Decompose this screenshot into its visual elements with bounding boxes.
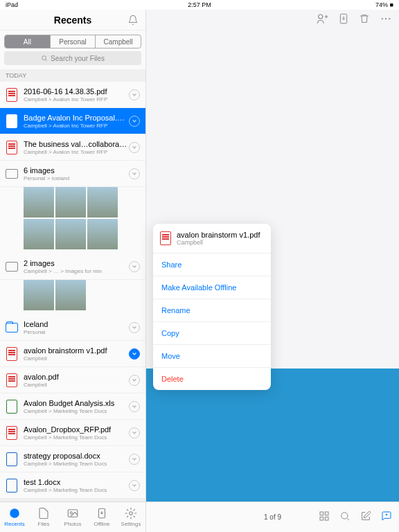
file-path: Campbell > Marketing Team Docs bbox=[24, 461, 129, 467]
popup-file-name: avalon brainstorm v1.pdf bbox=[177, 231, 260, 239]
edit-icon[interactable] bbox=[360, 511, 371, 524]
file-path: Campbell > Avalon Inc Tower RFP bbox=[24, 149, 129, 155]
action-share[interactable]: Share bbox=[153, 254, 271, 276]
svg-point-0 bbox=[42, 56, 46, 60]
svg-point-3 bbox=[382, 18, 383, 19]
pdf-icon bbox=[6, 347, 17, 361]
file-name: avalon.pdf bbox=[24, 373, 129, 381]
xls-icon bbox=[6, 400, 17, 414]
file-path: Campbell > Avalon Inc Tower RFP bbox=[24, 96, 129, 103]
thumb[interactable] bbox=[24, 280, 54, 310]
thumbnails bbox=[0, 187, 145, 254]
pdf-icon bbox=[6, 426, 17, 440]
tab-offline[interactable]: Offline bbox=[87, 502, 116, 532]
add-person-icon[interactable] bbox=[316, 12, 328, 28]
filter-tabs: All Personal Campbell bbox=[4, 35, 141, 48]
svg-point-10 bbox=[130, 512, 133, 515]
tab-recents[interactable]: Recents bbox=[0, 502, 29, 532]
list-item[interactable]: Avalon_Dropbox_RFP.pdfCampbell > Marketi… bbox=[0, 420, 145, 446]
svg-rect-13 bbox=[320, 517, 323, 520]
docx-icon bbox=[6, 452, 17, 466]
list-item[interactable]: The business val…collaboration.pdfCampbe… bbox=[0, 134, 145, 161]
tab-files[interactable]: Files bbox=[29, 502, 58, 532]
thumb[interactable] bbox=[55, 187, 86, 218]
chevron-down-icon[interactable] bbox=[129, 375, 140, 386]
file-name: 2 images bbox=[24, 259, 129, 267]
content-toolbar bbox=[146, 10, 399, 30]
tab-photos[interactable]: Photos bbox=[58, 502, 87, 532]
svg-rect-11 bbox=[320, 512, 323, 515]
popup-header: avalon brainstorm v1.pdf Campbell bbox=[153, 224, 271, 254]
images-icon bbox=[6, 169, 18, 179]
sidebar: Recents All Personal Campbell Search you… bbox=[0, 10, 146, 532]
chevron-down-icon[interactable] bbox=[129, 401, 140, 412]
thumb[interactable] bbox=[24, 187, 54, 218]
thumb[interactable] bbox=[24, 219, 54, 249]
chevron-down-icon[interactable] bbox=[129, 261, 140, 272]
context-menu: avalon brainstorm v1.pdf Campbell Share … bbox=[153, 224, 271, 390]
list-item[interactable]: 2016-06-16 14.38.35.pdfCampbell > Avalon… bbox=[0, 82, 145, 108]
file-path: Personal > Iceland bbox=[24, 175, 129, 181]
chevron-down-icon[interactable] bbox=[129, 168, 140, 179]
more-icon[interactable] bbox=[380, 12, 392, 28]
tab-settings[interactable]: Settings bbox=[116, 502, 145, 532]
page-title: Recents bbox=[54, 15, 91, 26]
chevron-down-icon[interactable] bbox=[129, 322, 140, 333]
action-rename[interactable]: Rename bbox=[153, 299, 271, 322]
list-item[interactable]: IcelandPersonal bbox=[0, 314, 145, 341]
list-item[interactable]: 2 imagesCampbell > … > Images for min bbox=[0, 254, 145, 280]
thumb[interactable] bbox=[55, 219, 86, 249]
tab-campbell[interactable]: Campbell bbox=[96, 35, 141, 48]
file-name: strategy proposal.docx bbox=[24, 452, 129, 460]
file-name: The business val…collaboration.pdf bbox=[24, 140, 129, 148]
tab-all[interactable]: All bbox=[5, 35, 51, 48]
thumb[interactable] bbox=[87, 187, 118, 218]
chevron-down-icon[interactable] bbox=[129, 89, 140, 100]
svg-point-5 bbox=[389, 18, 390, 19]
folder-icon bbox=[6, 323, 18, 332]
status-bar: iPad 2:57 PM 74% ■ bbox=[0, 0, 399, 10]
file-name: Badge Avalon Inc Proposal.pptx bbox=[24, 114, 129, 122]
thumb[interactable] bbox=[87, 219, 118, 249]
file-name: avalon brainstorm v1.pdf bbox=[24, 346, 129, 355]
action-delete[interactable]: Delete bbox=[153, 368, 271, 390]
action-offline[interactable]: Make Available Offline bbox=[153, 276, 271, 299]
popup-file-path: Campbell bbox=[177, 239, 260, 246]
action-move[interactable]: Move bbox=[153, 345, 271, 368]
chevron-down-icon[interactable] bbox=[129, 480, 140, 491]
chevron-down-icon[interactable] bbox=[129, 427, 140, 438]
list-item[interactable]: test 1.docxCampbell > Marketing Team Doc… bbox=[0, 472, 145, 499]
docx-icon bbox=[6, 479, 17, 493]
list-item[interactable]: 6 imagesPersonal > Iceland bbox=[0, 161, 145, 187]
search-icon[interactable] bbox=[339, 511, 351, 524]
file-list[interactable]: TODAY 2016-06-16 14.38.35.pdfCampbell > … bbox=[0, 69, 145, 532]
battery-label: 74% ■ bbox=[375, 1, 393, 8]
list-item[interactable]: avalon brainstorm v1.pdfCampbell bbox=[0, 341, 145, 367]
chevron-down-icon[interactable] bbox=[129, 116, 140, 127]
chevron-down-icon[interactable] bbox=[129, 142, 140, 153]
svg-point-15 bbox=[342, 512, 348, 518]
action-copy[interactable]: Copy bbox=[153, 322, 271, 345]
grid-icon[interactable] bbox=[319, 511, 330, 524]
download-icon[interactable] bbox=[338, 12, 349, 28]
svg-rect-12 bbox=[325, 512, 328, 515]
trash-icon[interactable] bbox=[359, 12, 370, 28]
list-item[interactable]: Avalon Budget Analysis.xlsCampbell > Mar… bbox=[0, 393, 145, 420]
thumb[interactable] bbox=[55, 280, 86, 310]
file-name: 2016-06-16 14.38.35.pdf bbox=[24, 87, 129, 96]
chevron-down-icon[interactable] bbox=[129, 454, 140, 465]
notifications-icon[interactable] bbox=[127, 15, 139, 28]
file-path: Campbell > Marketing Team Docs bbox=[24, 487, 129, 493]
section-today: TODAY bbox=[0, 69, 145, 82]
chevron-down-icon[interactable] bbox=[129, 348, 140, 360]
list-item[interactable]: avalon.pdfCampbell bbox=[0, 367, 145, 393]
tab-personal[interactable]: Personal bbox=[51, 35, 96, 48]
list-item[interactable]: strategy proposal.docxCampbell > Marketi… bbox=[0, 446, 145, 472]
svg-point-4 bbox=[385, 18, 387, 19]
search-input[interactable]: Search your Files bbox=[4, 51, 141, 65]
list-item[interactable]: Badge Avalon Inc Proposal.pptxCampbell >… bbox=[0, 108, 145, 134]
file-name: Iceland bbox=[24, 320, 129, 328]
comment-icon[interactable] bbox=[381, 511, 392, 524]
time-label: 2:57 PM bbox=[188, 1, 211, 8]
file-name: 6 images bbox=[24, 166, 129, 175]
